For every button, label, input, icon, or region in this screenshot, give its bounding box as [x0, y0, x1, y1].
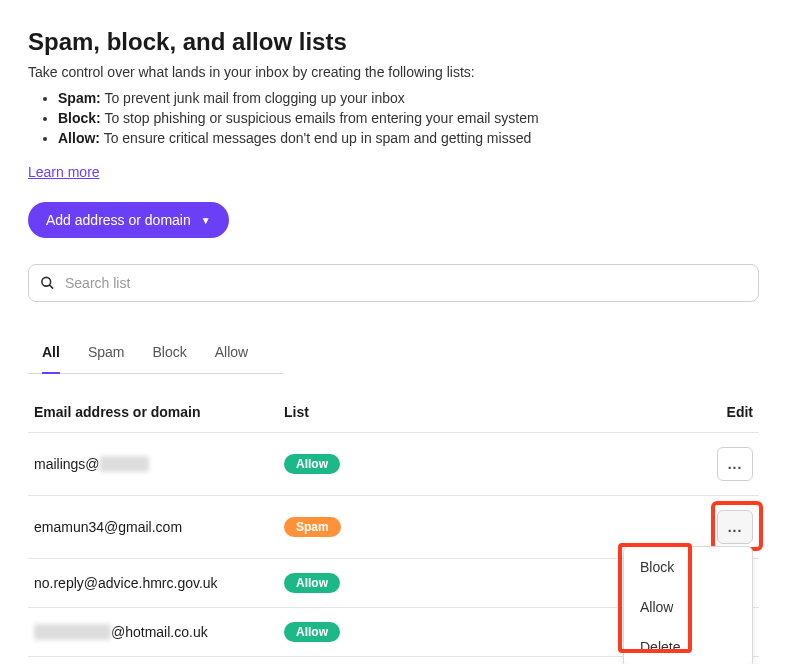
header-email: Email address or domain: [34, 404, 284, 420]
redacted-text: xxxxxxxxxxx: [34, 624, 111, 640]
list-item: Spam: To prevent junk mail from clogging…: [58, 90, 759, 106]
bullet-label: Block:: [58, 110, 101, 126]
cell-email: mailings@xxxxxxx: [34, 456, 284, 472]
status-badge: Allow: [284, 454, 340, 474]
tab-spam[interactable]: Spam: [88, 336, 125, 374]
caret-down-icon: ▼: [201, 215, 211, 226]
add-button-label: Add address or domain: [46, 212, 191, 228]
cell-edit: ...: [693, 510, 753, 544]
status-badge: Spam: [284, 517, 341, 537]
entries-table: Email address or domain List Edit mailin…: [28, 392, 759, 657]
status-badge: Allow: [284, 573, 340, 593]
dropdown-item-allow[interactable]: Allow: [624, 587, 752, 627]
bullet-label: Allow:: [58, 130, 100, 146]
svg-point-0: [42, 277, 51, 286]
search-icon: [40, 276, 55, 291]
edit-dropdown: Block Allow Delete: [623, 546, 753, 664]
learn-more-link[interactable]: Learn more: [28, 164, 100, 180]
cell-email: no.reply@advice.hmrc.gov.uk: [34, 575, 284, 591]
filter-tabs: All Spam Block Allow: [28, 336, 283, 374]
email-text: emamun34@gmail.com: [34, 519, 182, 535]
table-row: emamun34@gmail.com Spam ... Block Allow …: [28, 496, 759, 559]
search-input[interactable]: [28, 264, 759, 302]
email-text: no.reply@advice.hmrc.gov.uk: [34, 575, 218, 591]
edit-button[interactable]: ...: [717, 447, 753, 481]
page-title: Spam, block, and allow lists: [28, 28, 759, 56]
list-descriptions: Spam: To prevent junk mail from clogging…: [28, 90, 759, 146]
cell-edit: ...: [693, 447, 753, 481]
list-item: Allow: To ensure critical messages don't…: [58, 130, 759, 146]
email-text: @hotmail.co.uk: [111, 624, 208, 640]
bullet-text: To stop phishing or suspicious emails fr…: [101, 110, 539, 126]
tab-block[interactable]: Block: [152, 336, 186, 374]
cell-list: Allow: [284, 454, 693, 474]
cell-email: xxxxxxxxxxx@hotmail.co.uk: [34, 624, 284, 640]
tab-all[interactable]: All: [42, 336, 60, 374]
cell-list: Spam: [284, 517, 693, 537]
table-row: mailings@xxxxxxx Allow ...: [28, 433, 759, 496]
bullet-text: To ensure critical messages don't end up…: [100, 130, 531, 146]
status-badge: Allow: [284, 622, 340, 642]
email-text: mailings@: [34, 456, 100, 472]
tab-allow[interactable]: Allow: [215, 336, 248, 374]
bullet-text: To prevent junk mail from clogging up yo…: [101, 90, 405, 106]
list-item: Block: To stop phishing or suspicious em…: [58, 110, 759, 126]
header-list: List: [284, 404, 693, 420]
table-header: Email address or domain List Edit: [28, 392, 759, 433]
page-subtitle: Take control over what lands in your inb…: [28, 64, 759, 80]
search-container: [28, 264, 759, 302]
dropdown-item-delete[interactable]: Delete: [624, 627, 752, 664]
redacted-text: xxxxxxx: [100, 456, 149, 472]
bullet-label: Spam:: [58, 90, 101, 106]
header-edit: Edit: [693, 404, 753, 420]
edit-button[interactable]: ...: [717, 510, 753, 544]
svg-line-1: [49, 285, 53, 289]
cell-email: emamun34@gmail.com: [34, 519, 284, 535]
add-address-button[interactable]: Add address or domain ▼: [28, 202, 229, 238]
dropdown-item-block[interactable]: Block: [624, 547, 752, 587]
